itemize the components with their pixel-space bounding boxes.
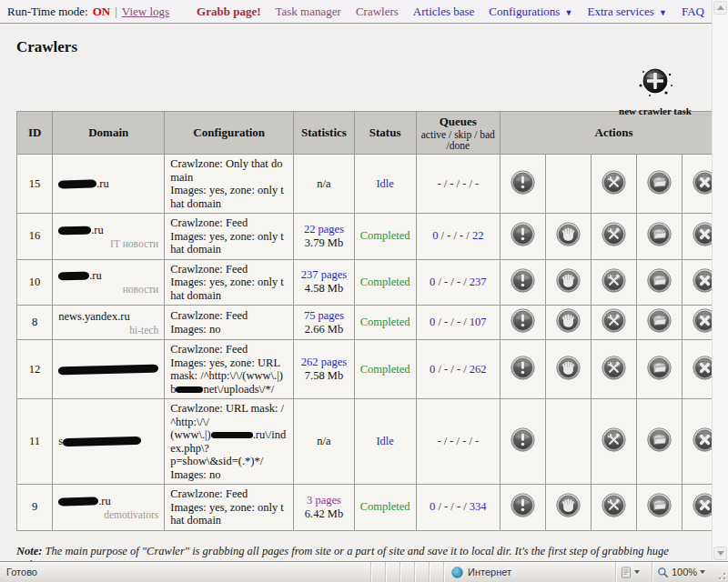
col-header-statistics: Statistics (294, 112, 354, 155)
config-line: Crawlzone: URL mask: /^http:\/\/ (170, 402, 288, 428)
status-badge: Idle (354, 155, 416, 214)
menu-articles-base[interactable]: Articles base (413, 5, 475, 19)
action-cell (636, 155, 682, 214)
status-badge: Completed (354, 214, 416, 260)
run-button[interactable] (511, 427, 535, 452)
action-cell (636, 259, 682, 306)
action-cell-empty (546, 155, 592, 214)
new-task-label: new crawler task (608, 105, 703, 116)
queue-done-link[interactable]: 107 (470, 316, 487, 328)
menu-grabb-page[interactable]: Grabb page! (197, 5, 260, 19)
queue-done-link[interactable]: 262 (470, 363, 487, 376)
action-cell (592, 259, 637, 306)
files-button[interactable] (647, 356, 672, 380)
cell-queues: 0 / - / - / 107 (416, 306, 500, 340)
stop-button[interactable] (556, 222, 581, 246)
queue-done-link[interactable]: 237 (470, 276, 487, 288)
cell-statistics: 3 pages 6.42 Mb (294, 485, 354, 531)
action-cell (546, 259, 592, 306)
cell-configuration: Crawlzone: Only that domain Images: yes,… (165, 155, 294, 214)
pages-link[interactable]: 75 pages (304, 309, 344, 322)
tools-icon (602, 268, 626, 293)
menu-configurations[interactable]: Configurations ▼ (489, 5, 572, 19)
configure-button[interactable] (602, 427, 626, 452)
col-header-configuration: Configuration (165, 112, 294, 155)
table-row: 11 s Crawlzone: URL mask: /^http:\/\/ (w… (17, 399, 728, 485)
action-cell (636, 214, 682, 260)
menu-crawlers[interactable]: Crawlers (356, 5, 399, 19)
menu-faq[interactable]: FAQ (682, 5, 704, 19)
zoom-level: 100% (672, 567, 697, 577)
files-button[interactable] (647, 268, 672, 293)
stop-button[interactable] (556, 308, 581, 333)
queue-separators: / - / - / (435, 363, 470, 376)
vertical-scrollbar[interactable] (712, 0, 728, 561)
action-cell (636, 485, 682, 531)
files-button[interactable] (647, 493, 672, 517)
zoom-control[interactable]: 100% (652, 562, 715, 582)
queue-done-link[interactable]: 22 (472, 229, 484, 242)
exclamation-icon (511, 268, 535, 293)
stop-button[interactable] (556, 493, 581, 517)
new-crawler-task[interactable]: new crawler task (608, 64, 703, 116)
add-task-icon[interactable] (635, 64, 675, 100)
run-button[interactable] (511, 493, 535, 517)
config-line: bnet\/uploads\/*/ (170, 383, 288, 396)
configure-button[interactable] (602, 308, 626, 333)
stop-button[interactable] (556, 356, 581, 380)
domain-text: news.yandex.ru (58, 310, 158, 324)
queue-done-link[interactable]: 334 (470, 500, 487, 513)
exclamation-icon (511, 356, 535, 380)
resize-grip[interactable] (715, 562, 728, 582)
view-logs-link[interactable]: View logs (122, 5, 169, 19)
files-button[interactable] (647, 308, 672, 333)
col-header-id: ID (17, 112, 53, 155)
files-button[interactable] (647, 222, 672, 246)
pages-link[interactable]: 262 pages (301, 356, 347, 368)
config-line: mask: /^http:\/\/(www\.|) (170, 369, 288, 383)
pages-link[interactable]: 22 pages (304, 223, 344, 236)
tools-icon (602, 493, 626, 517)
config-line: Images: yes, zone: only that domain (170, 501, 288, 527)
files-button[interactable] (647, 170, 672, 195)
configure-button[interactable] (602, 356, 626, 380)
run-button[interactable] (511, 222, 535, 246)
cell-id: 10 (17, 259, 53, 306)
scroll-up-button[interactable] (713, 1, 727, 15)
pages-link[interactable]: 3 pages (307, 494, 341, 507)
statusbar-segment (414, 562, 429, 582)
domain-suffix: .ru (98, 495, 111, 507)
configure-button[interactable] (602, 170, 626, 195)
scroll-down-button[interactable] (713, 547, 727, 560)
run-button[interactable] (511, 268, 535, 293)
tools-icon (602, 427, 626, 452)
files-button[interactable] (647, 427, 672, 452)
stop-button[interactable] (556, 268, 581, 293)
config-line: Crawlzone: Feed (170, 343, 288, 356)
run-button[interactable] (511, 356, 535, 380)
security-zone: Интернет (443, 562, 562, 582)
cell-statistics: 75 pages 2.66 Mb (294, 306, 354, 340)
run-button[interactable] (511, 170, 535, 195)
cell-domain: .ru demotivators (53, 485, 165, 531)
cell-statistics: 262 pages 7.58 Mb (294, 340, 354, 399)
menu-extra-services-label: Extra services (588, 5, 654, 18)
tools-icon (602, 222, 626, 246)
cell-statistics: 22 pages 3.79 Mb (294, 214, 354, 260)
exclamation-icon (511, 170, 535, 195)
redacted-domain (63, 436, 141, 447)
menu-task-manager[interactable]: Task manager (276, 5, 341, 19)
protected-mode-control[interactable] (615, 562, 652, 582)
col-header-actions: Actions (500, 112, 728, 155)
run-button[interactable] (511, 308, 535, 333)
size-label: 3.79 Mb (299, 236, 348, 250)
cell-configuration: Crawlzone: Feed Images: yes, zone: only … (165, 259, 294, 306)
main-menu: Grabb page! Task manager Crawlers Articl… (197, 5, 704, 19)
action-cell (500, 306, 546, 340)
menu-extra-services[interactable]: Extra services ▼ (588, 5, 667, 19)
configure-button[interactable] (602, 268, 626, 293)
pages-link[interactable]: 237 pages (301, 268, 347, 281)
size-label: 2.66 Mb (299, 323, 348, 336)
configure-button[interactable] (602, 222, 626, 246)
configure-button[interactable] (602, 493, 626, 517)
